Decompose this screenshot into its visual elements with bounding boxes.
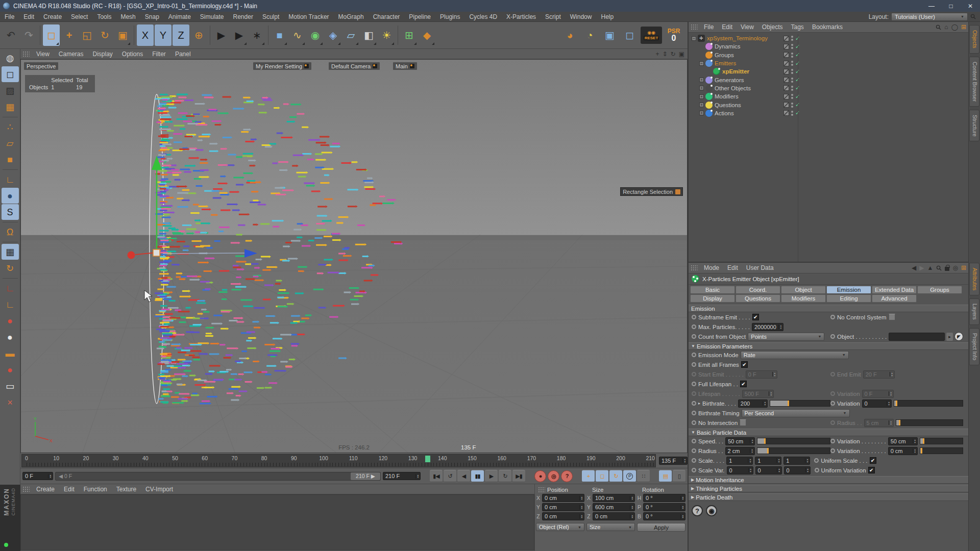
- expand-icon[interactable]: +: [699, 78, 704, 82]
- spinner-arrows[interactable]: ▴▾: [680, 505, 685, 510]
- spinner-arrows[interactable]: ▴▾: [778, 324, 783, 329]
- bottom-panel-menu-texture[interactable]: Texture: [112, 486, 141, 493]
- keyframe-dot-icon[interactable]: [692, 324, 696, 329]
- help-icon[interactable]: ?: [692, 505, 703, 516]
- tree-row-actions[interactable]: +Actions✓: [689, 109, 969, 117]
- panel-grip[interactable]: [22, 486, 30, 492]
- viewport-solo-off-button[interactable]: ◻: [621, 24, 638, 46]
- keyframe-dot-icon[interactable]: [830, 372, 835, 377]
- value-field[interactable]: 0 F▴▾: [746, 370, 777, 379]
- spinner-arrows[interactable]: ▴▾: [748, 458, 752, 463]
- collapse-icon[interactable]: −: [692, 36, 696, 41]
- dock-tab-content-browser[interactable]: Content Browser: [969, 57, 979, 107]
- menu-character[interactable]: Character: [369, 13, 405, 20]
- capture-ellipse-2-button[interactable]: ●: [2, 362, 19, 378]
- keyframe-dot-icon[interactable]: [830, 315, 835, 319]
- attribute-menu-mode[interactable]: Mode: [700, 264, 723, 271]
- tree-row-questions[interactable]: +Questions✓: [689, 101, 969, 109]
- menu-help[interactable]: Help: [596, 13, 618, 20]
- capture-ellipse-button[interactable]: ●: [2, 313, 19, 329]
- keyframe-dot-icon[interactable]: [830, 401, 835, 406]
- value-field[interactable]: 50 cm▴▾: [888, 437, 918, 445]
- spinner-arrows[interactable]: ▴▾: [887, 401, 891, 406]
- menu-plugins[interactable]: Plugins: [435, 13, 464, 20]
- panel-grip[interactable]: [538, 487, 545, 493]
- spinner-arrows[interactable]: ▴▾: [630, 496, 634, 500]
- spinner-arrows[interactable]: ▴▾: [630, 514, 634, 519]
- bottom-panel-menu-cv-import[interactable]: CV-Import: [141, 486, 178, 493]
- slider-marker[interactable]: [921, 448, 922, 454]
- checkbox[interactable]: ✔: [740, 381, 747, 387]
- render-picture-viewer-button[interactable]: ▶: [231, 24, 248, 46]
- visibility-dots[interactable]: [791, 94, 793, 99]
- make-editable-button[interactable]: ◍: [2, 50, 19, 66]
- mouse-interaction-button[interactable]: ●: [2, 188, 19, 204]
- keyframe-dot-icon[interactable]: [830, 420, 835, 425]
- value-field[interactable]: 0 cm▴▾: [888, 447, 918, 455]
- play-backwards-button[interactable]: ↺: [444, 470, 456, 482]
- vector-field[interactable]: 0▴▾: [755, 466, 782, 474]
- dock-tab-objects[interactable]: Objects: [969, 25, 979, 54]
- add-spline-button[interactable]: ∿: [289, 24, 306, 46]
- menu-edit[interactable]: Edit: [19, 13, 39, 20]
- object-manager-menu-objects[interactable]: Objects: [758, 23, 787, 31]
- dropdown[interactable]: Per Second▼: [742, 409, 850, 417]
- section-motion-inheritance[interactable]: ▶Motion Inheritance: [689, 476, 969, 484]
- edges-mode-button[interactable]: ▱: [2, 135, 19, 151]
- visibility-dots[interactable]: [791, 61, 793, 66]
- vector-field[interactable]: 1▴▾: [783, 457, 810, 465]
- menu-file[interactable]: File: [0, 13, 19, 20]
- value-field[interactable]: 50 cm▴▾: [725, 437, 755, 445]
- expand-icon[interactable]: +: [699, 103, 704, 107]
- viewport-menu-display[interactable]: Display: [88, 51, 117, 58]
- add-deformer-button[interactable]: ◈: [325, 24, 341, 46]
- lock-workplane-button[interactable]: ▦: [2, 244, 19, 260]
- position-x-field[interactable]: 0 cm▴▾: [542, 494, 584, 502]
- vector-field[interactable]: 1▴▾: [755, 457, 781, 465]
- keyframe-dot-icon[interactable]: [830, 439, 835, 443]
- viewport-menu-filter[interactable]: Filter: [148, 51, 170, 58]
- camera-chip[interactable]: Default Camera: [329, 62, 380, 70]
- rotate-tool-button[interactable]: ↻: [96, 24, 113, 46]
- coordinate-system-button[interactable]: ⊕: [190, 24, 207, 46]
- menu-window[interactable]: Window: [566, 13, 597, 20]
- display-shading-button[interactable]: ◕: [561, 24, 578, 46]
- keyframe-dot-icon[interactable]: [692, 420, 696, 425]
- tab-groups[interactable]: Groups: [917, 286, 962, 294]
- bottom-panel-menu-create[interactable]: Create: [32, 486, 59, 493]
- spinner-arrows[interactable]: ▴▾: [579, 505, 584, 510]
- dock-tab-layers[interactable]: Layers: [969, 298, 979, 325]
- last-used-tool-button[interactable]: ▣: [114, 24, 131, 46]
- capture-sphere-button[interactable]: ●: [2, 329, 19, 345]
- menu-create[interactable]: Create: [39, 13, 66, 20]
- visibility-dots[interactable]: [791, 44, 793, 49]
- render-view-button[interactable]: ▶: [213, 24, 230, 46]
- dock-tab-attributes[interactable]: Attributes: [969, 263, 979, 295]
- bottom-panel-menu-edit[interactable]: Edit: [59, 486, 79, 493]
- add-camera-button[interactable]: ◧: [360, 24, 377, 46]
- lock-x-axis-button[interactable]: X: [137, 24, 154, 46]
- parent-object-icon[interactable]: ▲: [927, 264, 934, 271]
- align-workplane-button[interactable]: ↻: [2, 260, 19, 276]
- preview-range-slider[interactable]: ◀ 0 F 210 F ▶: [55, 472, 381, 481]
- spinner-arrows[interactable]: ▴▾: [630, 505, 634, 510]
- key-pla-toggle[interactable]: ∷: [637, 470, 650, 482]
- key-rotation-toggle[interactable]: ↻: [609, 470, 622, 482]
- x-axis-handle[interactable]: [128, 252, 135, 259]
- keyframe-dot-icon[interactable]: [814, 458, 819, 463]
- vector-field[interactable]: 0▴▾: [727, 466, 753, 474]
- menu-x-particles[interactable]: X-Particles: [502, 13, 541, 20]
- range-end-field[interactable]: 210 F▴▾: [383, 472, 421, 480]
- object-manager-menu-file[interactable]: File: [700, 23, 718, 31]
- position-y-field[interactable]: 0 cm▴▾: [542, 503, 584, 511]
- slider-track[interactable]: [757, 438, 830, 444]
- attribute-menu-user-data[interactable]: User Data: [742, 264, 778, 271]
- tree-row-generators[interactable]: +Generators✓: [689, 76, 969, 84]
- apply-button[interactable]: Apply: [637, 523, 685, 532]
- viewport-menu-cameras[interactable]: Cameras: [54, 51, 88, 58]
- keyframe-dot-icon[interactable]: [830, 448, 835, 453]
- panel-grip[interactable]: [22, 51, 30, 57]
- menu-mograph[interactable]: MoGraph: [334, 13, 369, 20]
- checkbox[interactable]: ✔: [741, 361, 748, 368]
- size-mode-dropdown[interactable]: Size▼: [586, 523, 635, 531]
